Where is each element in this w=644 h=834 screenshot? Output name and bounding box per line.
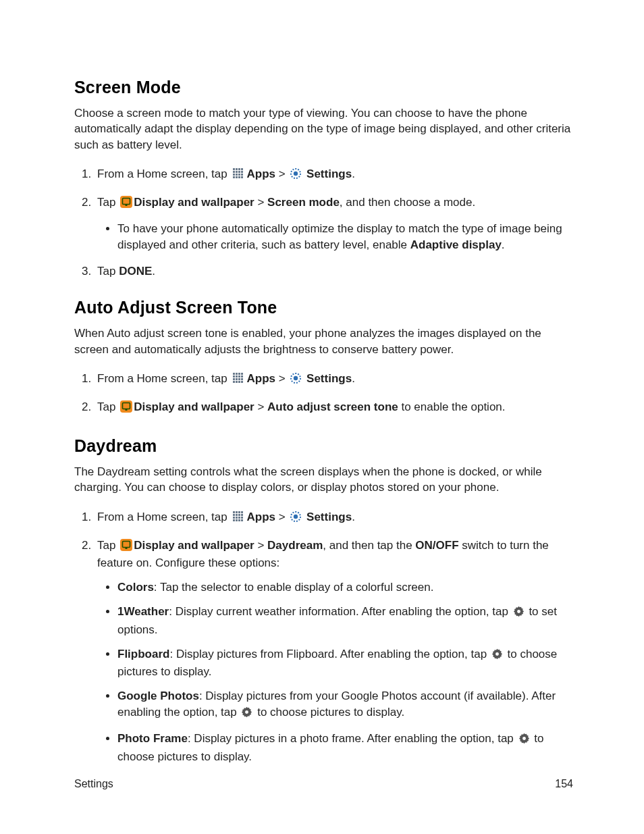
steps-daydream: From a Home screen, tap Apps > Settings.… (74, 509, 573, 765)
intro-screen-mode: Choose a screen mode to match your type … (74, 105, 573, 153)
bullet: Colors: Tap the selector to enable displ… (117, 579, 573, 596)
apps-grid-icon (232, 511, 245, 527)
gear-icon (491, 648, 503, 664)
step: Tap Display and wallpaper > Screen mode,… (95, 194, 573, 253)
steps-auto-adjust: From a Home screen, tap Apps > Settings.… (74, 371, 573, 417)
bullet: Google Photos: Display pictures from you… (117, 688, 573, 723)
intro-auto-adjust: When Auto adjust screen tone is enabled,… (74, 325, 573, 357)
steps-screen-mode: From a Home screen, tap Apps > Settings.… (74, 166, 573, 279)
page-number: 154 (555, 778, 573, 790)
step: Tap Display and wallpaper > Daydream, an… (95, 538, 573, 765)
gear-icon (241, 706, 252, 723)
display-wallpaper-icon (120, 400, 132, 417)
document-page: Screen Mode Choose a screen mode to matc… (0, 0, 644, 834)
settings-circle-icon (290, 511, 302, 527)
bullet: To have your phone automatically optimiz… (117, 221, 573, 253)
section-auto-adjust: Auto Adjust Screen Tone When Auto adjust… (74, 298, 573, 417)
step: From a Home screen, tap Apps > Settings. (95, 371, 573, 389)
intro-daydream: The Daydream setting controls what the s… (74, 464, 573, 496)
settings-circle-icon (290, 372, 302, 389)
bullet: Photo Frame: Display pictures in a photo… (117, 731, 573, 765)
bullet: 1Weather: Display current weather inform… (117, 604, 573, 638)
step: From a Home screen, tap Apps > Settings. (95, 509, 573, 527)
section-screen-mode: Screen Mode Choose a screen mode to matc… (74, 78, 573, 279)
gear-icon (518, 733, 530, 749)
page-footer: Settings 154 (74, 778, 573, 790)
gear-icon (513, 606, 525, 622)
display-wallpaper-icon (120, 539, 132, 556)
apps-grid-icon (232, 372, 245, 389)
settings-circle-icon (290, 167, 302, 184)
section-daydream: Daydream The Daydream setting controls w… (74, 436, 573, 764)
heading-daydream: Daydream (74, 436, 573, 456)
heading-screen-mode: Screen Mode (74, 78, 573, 97)
apps-grid-icon (232, 167, 245, 184)
step: Tap Display and wallpaper > Auto adjust … (95, 399, 573, 417)
step: From a Home screen, tap Apps > Settings. (95, 166, 573, 184)
bullet: Flipboard: Display pictures from Flipboa… (117, 646, 573, 681)
footer-section-label: Settings (74, 778, 113, 790)
daydream-options: Colors: Tap the selector to enable displ… (97, 579, 573, 764)
step: Tap DONE. (95, 263, 573, 280)
heading-auto-adjust: Auto Adjust Screen Tone (74, 298, 573, 317)
sub-bullets: To have your phone automatically optimiz… (97, 221, 573, 253)
display-wallpaper-icon (120, 196, 132, 213)
